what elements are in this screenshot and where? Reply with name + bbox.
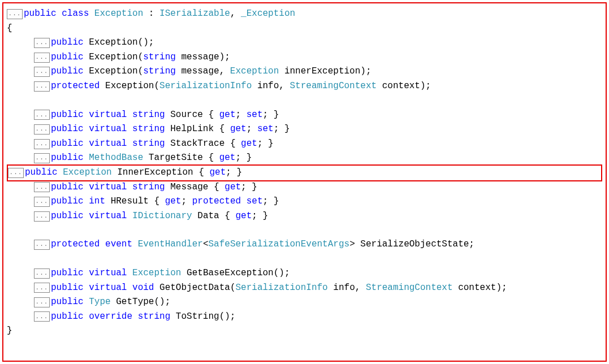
type-name: SerializationInfo bbox=[159, 79, 252, 94]
code-line-ctor4: ...protected Exception(SerializationInfo… bbox=[7, 79, 602, 94]
expand-icon[interactable]: ... bbox=[34, 67, 50, 77]
code-text bbox=[100, 237, 105, 252]
keyword-public: public bbox=[24, 7, 57, 21]
type-_exception: _Exception bbox=[241, 7, 295, 21]
expand-icon[interactable]: ... bbox=[34, 139, 50, 149]
code-text: HelpLink { bbox=[165, 122, 230, 137]
code-text: Exception(); bbox=[84, 36, 154, 50]
keyword: get bbox=[230, 122, 247, 137]
code-text bbox=[58, 166, 63, 180]
keyword: virtual bbox=[89, 266, 127, 281]
code-line-m2: ...public virtual void GetObjectData(Ser… bbox=[7, 281, 602, 296]
expand-icon[interactable]: ... bbox=[34, 268, 50, 279]
code-text bbox=[84, 180, 89, 195]
code-text: Data { bbox=[192, 209, 236, 224]
code-text bbox=[132, 237, 138, 252]
code-text bbox=[84, 266, 89, 281]
keyword: public bbox=[51, 108, 84, 123]
expand-icon[interactable]: ... bbox=[34, 283, 50, 293]
code-line-ctor1: ...public Exception(); bbox=[7, 36, 602, 50]
code-text bbox=[132, 310, 138, 324]
type-name: IDictionary bbox=[132, 209, 192, 224]
expand-icon[interactable]: ... bbox=[34, 297, 50, 307]
keyword: public bbox=[51, 209, 84, 224]
keyword: event bbox=[105, 237, 132, 252]
blank-line bbox=[7, 94, 602, 108]
code-line-m1: ...public virtual Exception GetBaseExcep… bbox=[7, 266, 602, 281]
code-text bbox=[84, 137, 89, 151]
code-text: ; bbox=[235, 108, 246, 123]
expand-icon[interactable]: ... bbox=[34, 182, 50, 192]
code-line-m4: ...public override string ToString(); bbox=[7, 310, 602, 324]
code-viewer: ... public class Exception : ISerializab… bbox=[2, 2, 607, 362]
code-text: context); bbox=[453, 281, 507, 296]
keyword: string bbox=[132, 137, 165, 151]
code-text: ; } bbox=[226, 166, 242, 180]
code-text bbox=[84, 122, 89, 137]
code-text bbox=[127, 108, 132, 123]
expand-icon[interactable]: ... bbox=[34, 240, 50, 250]
keyword: public bbox=[51, 151, 84, 166]
code-text bbox=[84, 194, 89, 209]
code-text: message, bbox=[176, 64, 230, 79]
code-text: ; } bbox=[235, 151, 252, 166]
expand-icon[interactable]: ... bbox=[34, 124, 50, 135]
type-name: SafeSerializationEventArgs bbox=[208, 237, 349, 252]
keyword: public bbox=[51, 194, 84, 209]
keyword: get bbox=[235, 209, 252, 224]
code-text: > bbox=[349, 237, 355, 252]
code-text: context); bbox=[377, 79, 431, 94]
code-text: ; } bbox=[241, 180, 257, 195]
keyword: public bbox=[51, 122, 84, 137]
code-text: Exception( bbox=[84, 50, 144, 65]
keyword: public bbox=[51, 295, 84, 310]
code-line-prop4: ...public MethodBase TargetSite { get; } bbox=[7, 151, 602, 166]
expand-icon[interactable]: ... bbox=[34, 211, 50, 222]
keyword: protected bbox=[51, 79, 100, 94]
code-text: Exception( bbox=[100, 79, 159, 94]
expand-icon[interactable]: ... bbox=[34, 153, 50, 163]
expand-icon[interactable]: ... bbox=[34, 81, 50, 92]
keyword: public bbox=[25, 166, 58, 180]
code-line-prop7: ...public int HResult { get; protected s… bbox=[7, 194, 602, 209]
code-text: ; } bbox=[274, 122, 290, 137]
keyword: void bbox=[132, 281, 154, 296]
keyword: public bbox=[51, 180, 84, 195]
expand-icon[interactable]: ... bbox=[34, 110, 50, 120]
code-text bbox=[127, 180, 132, 195]
keyword: virtual bbox=[89, 209, 127, 224]
expand-icon[interactable]: ... bbox=[34, 38, 50, 48]
close-brace: } bbox=[7, 324, 602, 339]
keyword: get bbox=[224, 180, 241, 195]
code-text: GetObjectData( bbox=[154, 281, 235, 296]
expand-icon[interactable]: ... bbox=[8, 168, 24, 178]
class-header-line: ... public class Exception : ISerializab… bbox=[7, 7, 602, 21]
code-line-ctor2: ...public Exception(string message); bbox=[7, 50, 602, 65]
keyword: get bbox=[241, 137, 257, 151]
open-brace: { bbox=[7, 21, 602, 36]
code-line-prop3: ...public virtual string StackTrace { ge… bbox=[7, 137, 602, 151]
expand-icon[interactable]: ... bbox=[34, 311, 50, 322]
code-text bbox=[127, 209, 132, 224]
code-text: innerException); bbox=[279, 64, 371, 79]
keyword: int bbox=[89, 194, 105, 209]
expand-icon[interactable]: ... bbox=[34, 197, 50, 207]
keyword: get bbox=[165, 194, 182, 209]
blank-line bbox=[7, 223, 602, 237]
expand-icon[interactable]: ... bbox=[34, 53, 50, 63]
keyword: get bbox=[209, 166, 226, 180]
type-name: Exception bbox=[63, 166, 111, 180]
code-text: info, bbox=[328, 281, 366, 296]
expand-icon[interactable]: ... bbox=[7, 9, 23, 19]
code-line-prop1: ...public virtual string Source { get; s… bbox=[7, 108, 602, 123]
keyword: virtual bbox=[89, 180, 127, 195]
keyword: set bbox=[247, 194, 263, 209]
keyword: string bbox=[143, 50, 176, 65]
blank-line bbox=[7, 252, 602, 266]
keyword: string bbox=[138, 310, 171, 324]
code-text: Message { bbox=[165, 180, 225, 195]
code-line-prop6: ...public virtual string Message { get; … bbox=[7, 180, 602, 195]
code-text bbox=[241, 194, 247, 209]
keyword: virtual bbox=[89, 137, 127, 151]
code-line-prop8: ...public virtual IDictionary Data { get… bbox=[7, 209, 602, 224]
